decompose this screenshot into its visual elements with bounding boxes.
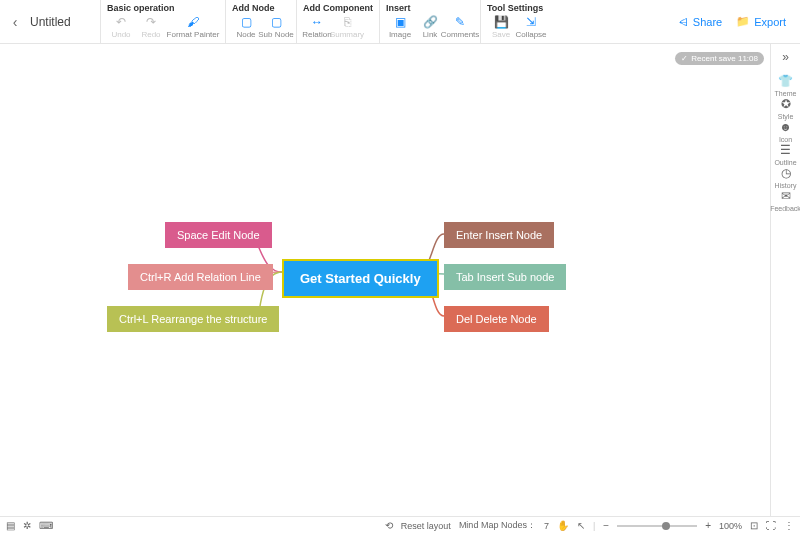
save-icon: 💾	[493, 15, 509, 29]
toolbar-node[interactable]: ▢Node	[232, 15, 260, 39]
share-icon: ⩤	[678, 16, 689, 28]
style-icon: ✪	[781, 97, 791, 111]
nodes-label: Mind Map Nodes：	[459, 519, 536, 532]
toolbar-group-title: Tool Settings	[487, 3, 545, 13]
save-badge: ✓Recent save 11:08	[675, 52, 764, 65]
sidebar-item-label: Icon	[779, 136, 792, 143]
zoom-value: 100%	[719, 521, 742, 531]
check-icon: ✓	[681, 54, 688, 63]
toolbar-item-label: Relation	[302, 30, 331, 39]
summary-icon: ⎘	[339, 15, 355, 29]
outline-icon: ☰	[780, 143, 791, 157]
theme-icon: 👕	[778, 74, 793, 88]
toolbar-groups: Basic operation↶Undo↷Redo🖌Format Painter…	[100, 0, 551, 43]
toolbar-redo[interactable]: ↷Redo	[137, 15, 165, 39]
export-button[interactable]: 📁Export	[736, 15, 786, 28]
toolbar-group: Add Component↔Relation⎘Summary	[296, 0, 379, 43]
back-button[interactable]: ‹	[0, 0, 30, 43]
nodes-count: 7	[544, 521, 549, 531]
toolbar-format-painter[interactable]: 🖌Format Painter	[167, 15, 219, 39]
toolbar-relation[interactable]: ↔Relation	[303, 15, 331, 39]
mindmap-node[interactable]: Ctrl+L Rearrange the structure	[107, 306, 279, 332]
top-right: ⩤Share 📁Export	[678, 0, 800, 43]
keyboard-icon[interactable]: ⌨	[39, 520, 53, 531]
fit-icon[interactable]: ⊡	[750, 520, 758, 531]
sidebar-icon[interactable]: ☻Icon	[770, 120, 800, 143]
toolbar-item-label: Undo	[111, 30, 130, 39]
toolbar-group-title: Add Node	[232, 3, 290, 13]
view-icon[interactable]: ▤	[6, 520, 15, 531]
mindmap-node[interactable]: Tab Insert Sub node	[444, 264, 566, 290]
icon-icon: ☻	[779, 120, 792, 134]
toolbar-item-label: Save	[492, 30, 510, 39]
format-painter-icon: 🖌	[185, 15, 201, 29]
mindmap-node[interactable]: Del Delete Node	[444, 306, 549, 332]
statusbar: ▤ ✲ ⌨ ⟲ Reset layout Mind Map Nodes： 7 ✋…	[0, 516, 800, 534]
relation-icon: ↔	[309, 15, 325, 29]
sidebar-history[interactable]: ◷History	[770, 166, 800, 189]
toolbar-image[interactable]: ▣Image	[386, 15, 414, 39]
node-icon: ▢	[238, 15, 254, 29]
toolbar-group: Add Node▢Node▢Sub Node	[225, 0, 296, 43]
toolbar-item-label: Comments	[441, 30, 480, 39]
toolbar-group: Insert▣Image🔗Link✎Comments	[379, 0, 480, 43]
gear-icon[interactable]: ✲	[23, 520, 31, 531]
toolbar-sub-node[interactable]: ▢Sub Node	[262, 15, 290, 39]
fullscreen-icon[interactable]: ⛶	[766, 520, 776, 531]
sub-node-icon: ▢	[268, 15, 284, 29]
cursor-icon[interactable]: ↖	[577, 520, 585, 531]
sidebar-feedback[interactable]: ✉Feedback	[770, 189, 800, 212]
mindmap-node[interactable]: Enter Insert Node	[444, 222, 554, 248]
image-icon: ▣	[392, 15, 408, 29]
toolbar-item-label: Redo	[141, 30, 160, 39]
right-sidebar: » 👕Theme✪Style☻Icon☰Outline◷History✉Feed…	[770, 44, 800, 516]
toolbar-summary[interactable]: ⎘Summary	[333, 15, 361, 39]
comments-icon: ✎	[452, 15, 468, 29]
toolbar-item-label: Summary	[330, 30, 364, 39]
sidebar-item-label: Feedback	[770, 205, 800, 212]
sidebar-theme[interactable]: 👕Theme	[770, 74, 800, 97]
collapse-icon: ⇲	[523, 15, 539, 29]
mindmap-node[interactable]: Get Started Quickly	[282, 259, 439, 298]
redo-icon: ↷	[143, 15, 159, 29]
toolbar-group: Tool Settings💾Save⇲Collapse	[480, 0, 551, 43]
toolbar-item-label: Link	[423, 30, 438, 39]
topbar: ‹ Untitled Basic operation↶Undo↷Redo🖌For…	[0, 0, 800, 44]
toolbar-group-title: Basic operation	[107, 3, 219, 13]
share-button[interactable]: ⩤Share	[678, 16, 722, 28]
reset-layout-label[interactable]: Reset layout	[401, 521, 451, 531]
reset-layout-icon[interactable]: ⟲	[385, 520, 393, 531]
toolbar-save[interactable]: 💾Save	[487, 15, 515, 39]
sidebar-style[interactable]: ✪Style	[770, 97, 800, 120]
undo-icon: ↶	[113, 15, 129, 29]
toolbar-group-title: Add Component	[303, 3, 373, 13]
sidebar-item-label: Style	[778, 113, 794, 120]
toolbar-item-label: Node	[236, 30, 255, 39]
toolbar-group-title: Insert	[386, 3, 474, 13]
toolbar-item-label: Format Painter	[167, 30, 220, 39]
toolbar-undo[interactable]: ↶Undo	[107, 15, 135, 39]
sidebar-outline[interactable]: ☰Outline	[770, 143, 800, 166]
collapse-sidebar-icon[interactable]: »	[782, 50, 789, 64]
feedback-icon: ✉	[781, 189, 791, 203]
mindmap-node[interactable]: Space Edit Node	[165, 222, 272, 248]
more-icon[interactable]: ⋮	[784, 520, 794, 531]
canvas[interactable]: ✓Recent save 11:08 Get Started QuicklySp…	[0, 44, 770, 516]
toolbar-item-label: Sub Node	[258, 30, 294, 39]
zoom-slider[interactable]	[617, 525, 697, 527]
export-icon: 📁	[736, 15, 750, 28]
sidebar-item-label: History	[775, 182, 797, 189]
history-icon: ◷	[781, 166, 791, 180]
doc-title[interactable]: Untitled	[30, 0, 100, 43]
toolbar-item-label: Collapse	[515, 30, 546, 39]
toolbar-group: Basic operation↶Undo↷Redo🖌Format Painter	[100, 0, 225, 43]
toolbar-comments[interactable]: ✎Comments	[446, 15, 474, 39]
mindmap-node[interactable]: Ctrl+R Add Relation Line	[128, 264, 273, 290]
zoom-in-icon[interactable]: +	[705, 520, 711, 531]
hand-icon[interactable]: ✋	[557, 520, 569, 531]
toolbar-collapse[interactable]: ⇲Collapse	[517, 15, 545, 39]
toolbar-item-label: Image	[389, 30, 411, 39]
sidebar-item-label: Outline	[774, 159, 796, 166]
zoom-out-icon[interactable]: −	[603, 520, 609, 531]
link-icon: 🔗	[422, 15, 438, 29]
